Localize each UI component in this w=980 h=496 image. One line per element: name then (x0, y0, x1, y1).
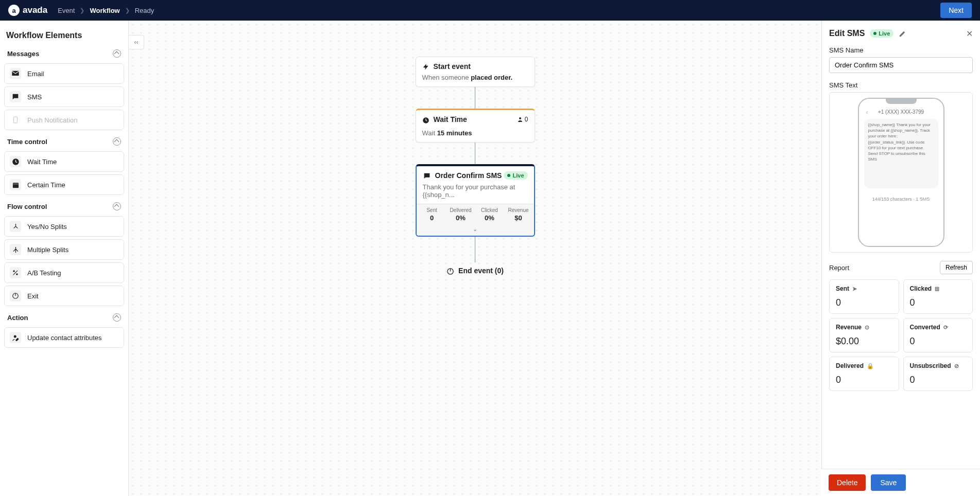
people-count: 0 (517, 116, 528, 123)
sms-name-label: SMS Name (829, 46, 973, 54)
live-badge: Live (504, 171, 527, 180)
section-flow: Flow control (4, 200, 124, 214)
sms-icon (423, 171, 431, 180)
report-clicked: Clicked⊞ 0 (903, 279, 973, 314)
sms-preview: ‹ +1 (XXX) XXX-3799 {{shop_name}} Thank … (829, 92, 973, 253)
sms-name-input[interactable] (829, 57, 973, 73)
logo-icon: a (8, 5, 20, 16)
sidebar-title: Workflow Elements (6, 31, 124, 40)
phone-back-icon: ‹ (866, 109, 868, 116)
breadcrumb-ready[interactable]: Ready (135, 7, 154, 14)
panel-footer: Delete Save (821, 469, 980, 496)
element-push: Push Notification (4, 110, 124, 130)
clock-icon (422, 115, 429, 123)
multisplit-icon (10, 244, 21, 255)
percent-icon (10, 267, 21, 278)
section-action: Action (4, 311, 124, 325)
chevron-down-icon[interactable]: ⌄ (417, 226, 534, 236)
wait-time-node[interactable]: Wait Time 0 Wait 15 minutes (416, 109, 535, 142)
svg-rect-2 (12, 183, 18, 188)
top-bar: a avada Event ❯ Workflow ❯ Ready Next (0, 0, 980, 21)
send-icon: ➤ (852, 286, 857, 292)
element-sms[interactable]: SMS (4, 86, 124, 107)
svg-rect-0 (14, 117, 18, 123)
email-icon (10, 68, 21, 79)
sms-icon (10, 91, 21, 102)
element-certain-time[interactable]: Certain Time (4, 174, 124, 195)
collapse-icon[interactable] (113, 202, 121, 210)
element-yesno[interactable]: Yes/No Splits (4, 216, 124, 237)
phone-number: +1 (XXX) XXX-3799 (878, 109, 924, 115)
svg-point-6 (13, 335, 16, 338)
svg-point-8 (519, 117, 521, 119)
calendar-icon (10, 179, 21, 190)
chevron-right-icon: ❯ (80, 7, 84, 14)
next-button[interactable]: Next (940, 3, 972, 18)
chevron-right-icon: ❯ (125, 7, 130, 14)
refresh-button[interactable]: Refresh (940, 261, 973, 274)
collapse-icon[interactable] (113, 313, 121, 322)
workflow-canvas[interactable]: ‹‹ Start event When someone placed order… (129, 21, 821, 496)
edit-icon[interactable] (899, 29, 906, 38)
logo-text: avada (23, 5, 47, 15)
save-button[interactable]: Save (871, 474, 906, 491)
dollar-icon: ⊙ (865, 324, 869, 331)
report-sent: Sent➤ 0 (829, 279, 899, 314)
close-icon[interactable]: ✕ (966, 29, 973, 39)
collapse-sidebar-button[interactable]: ‹‹ (129, 35, 144, 49)
elements-sidebar: Workflow Elements Messages Email SMS Pus… (0, 21, 129, 496)
element-wait-time[interactable]: Wait Time (4, 151, 124, 172)
message-bubble: {{shop_name}} Thank you for your purchas… (864, 119, 938, 188)
end-event-node[interactable]: End event (0) (446, 262, 504, 279)
panel-title: Edit SMS (829, 29, 865, 38)
start-event-node[interactable]: Start event When someone placed order. (416, 57, 535, 87)
user-edit-icon (10, 332, 21, 343)
collapse-icon[interactable] (113, 49, 121, 58)
click-icon: ⊞ (935, 286, 939, 292)
report-delivered: Delivered🔒 0 (829, 357, 899, 391)
clock-icon (10, 156, 21, 167)
sms-text-label: SMS Text (829, 81, 973, 89)
split-icon (10, 221, 21, 232)
report-revenue: Revenue⊙ $0.00 (829, 318, 899, 352)
push-icon (10, 114, 21, 126)
edit-panel: ✕ Edit SMS Live SMS Name SMS Text ‹ +1 (… (821, 21, 980, 496)
element-multisplit[interactable]: Multiple Splits (4, 239, 124, 260)
element-ab[interactable]: A/B Testing (4, 262, 124, 283)
lock-icon: 🔒 (867, 363, 874, 369)
svg-point-3 (13, 270, 15, 272)
element-exit[interactable]: Exit (4, 286, 124, 306)
collapse-icon[interactable] (113, 137, 121, 146)
element-update-contact[interactable]: Update contact attributes (4, 327, 124, 348)
power-icon (446, 267, 454, 275)
breadcrumb-event[interactable]: Event (58, 7, 75, 14)
section-time: Time control (4, 135, 124, 149)
power-icon (10, 290, 21, 302)
char-count: 144/153 characters · 1 SMS (862, 188, 940, 202)
sms-node[interactable]: Order Confirm SMS Live Thank you for you… (416, 164, 535, 237)
svg-point-4 (16, 273, 18, 275)
delete-button[interactable]: Delete (829, 474, 866, 491)
breadcrumb-workflow[interactable]: Workflow (90, 7, 119, 14)
unsub-icon: ⊘ (954, 363, 959, 369)
report-unsubscribed: Unsubscribed⊘ 0 (903, 357, 973, 391)
bolt-icon (422, 62, 429, 70)
section-messages: Messages (4, 47, 124, 61)
element-email[interactable]: Email (4, 63, 124, 84)
logo[interactable]: a avada (8, 5, 47, 16)
live-badge: Live (870, 29, 893, 38)
breadcrumbs: Event ❯ Workflow ❯ Ready (58, 7, 154, 14)
report-converted: Converted⟳ 0 (903, 318, 973, 352)
report-label: Report (829, 264, 849, 272)
convert-icon: ⟳ (943, 324, 948, 331)
